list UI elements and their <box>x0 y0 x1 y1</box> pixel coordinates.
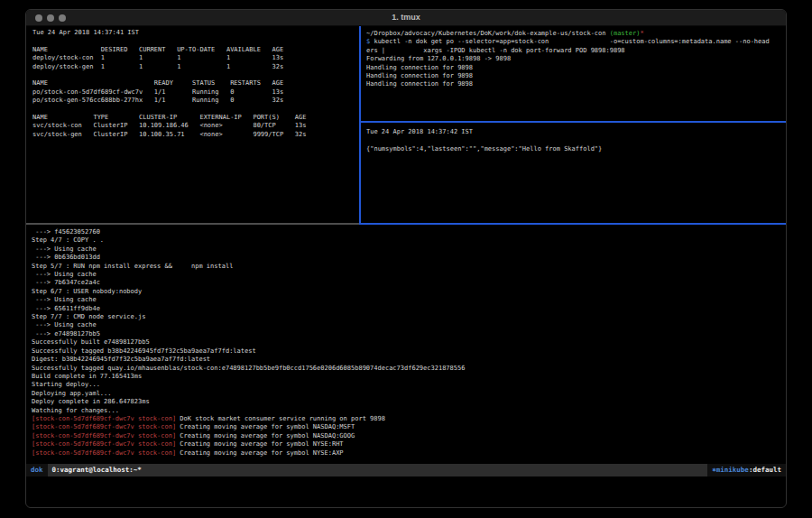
pane-divider-vertical[interactable] <box>359 26 361 225</box>
terminal-line: Forwarding from 127.0.0.1:9898 -> 9898 <box>366 55 786 63</box>
terminal-line <box>366 136 786 144</box>
terminal-line <box>32 106 359 114</box>
terminal-line <box>32 37 359 45</box>
terminal-line: ---> e74898127bb5 <box>32 330 786 338</box>
terminal-line: Deploy complete in 286.647823ms <box>32 398 786 406</box>
terminal-line: [stock-con-5d7df689cf-dwc7v stock-con] C… <box>32 423 786 431</box>
terminal-line: Tue 24 Apr 2018 14:37:42 IST <box>366 128 786 136</box>
terminal-line: ---> f45623052760 <box>32 228 786 236</box>
terminal-window: 1. tmux Tue 24 Apr 2018 14:37:41 IST NAM… <box>25 9 787 508</box>
terminal-line: ---> Using cache <box>32 271 786 279</box>
pane-curl-output[interactable]: Tue 24 Apr 2018 14:37:42 IST {"numsymbol… <box>363 123 786 223</box>
terminal-line: ~/Dropbox/advocacy/Kubernetes/DoK/work/d… <box>366 30 786 38</box>
terminal-line: ---> 65611ff9db4e <box>32 305 786 313</box>
tmux-status-bar: dok 0:vagrant@localhost:~* ⎈minikube:def… <box>26 464 786 476</box>
terminal-line: Build complete in 77.165413ms <box>32 373 786 381</box>
terminal-line: ---> 0b636bd013dd <box>32 254 786 262</box>
terminal-line <box>32 71 359 79</box>
terminal-line: NAME DESIRED CURRENT UP-TO-DATE AVAILABL… <box>32 46 359 54</box>
terminal-line: Step 5/7 : RUN npm install express && np… <box>32 263 786 271</box>
pane-skaffold-log[interactable]: ---> f45623052760Step 4/7 : COPY . . ---… <box>28 225 786 463</box>
terminal-line: NAME READY STATUS RESTARTS AGE <box>32 79 359 88</box>
terminal-line: Handling connection for 9898 <box>366 80 786 88</box>
terminal-line: Watching for changes... <box>32 407 786 415</box>
terminal-line: Successfully tagged b38b42246945fd7f32c5… <box>32 347 786 356</box>
terminal-line: deploy/stock-gen 1 1 1 1 32s <box>32 63 359 71</box>
terminal-line: svc/stock-gen ClusterIP 10.100.35.71 <no… <box>32 131 359 139</box>
kube-namespace: :default <box>749 466 781 474</box>
pane-port-forward[interactable]: ~/Dropbox/advocacy/Kubernetes/DoK/work/d… <box>363 26 786 120</box>
window-title-bar: 1. tmux <box>26 10 786 26</box>
terminal-line: ---> Using cache <box>32 245 786 254</box>
terminal-line: Handling connection for 9898 <box>366 64 786 72</box>
pane-kubectl-watch[interactable]: Tue 24 Apr 2018 14:37:41 IST NAME DESIRE… <box>28 26 359 224</box>
terminal-line: svc/stock-con ClusterIP 10.109.186.46 <n… <box>32 122 359 130</box>
tmux-window-tab[interactable]: 0:vagrant@localhost:~* <box>48 464 146 476</box>
tmux-session-name: dok <box>26 464 48 476</box>
kubernetes-helm-icon: ⎈minikube <box>712 466 749 474</box>
terminal-line: ---> Using cache <box>32 296 786 304</box>
terminal-line: Successfully built e74898127bb5 <box>32 338 786 347</box>
terminal-line: Handling connection for 9898 <box>366 72 786 80</box>
terminal-line: Deploying app.yaml... <box>32 390 786 398</box>
terminal-line: ers | xargs -IPOD kubectl -n dok port-fo… <box>366 47 786 55</box>
terminal-line: NAME TYPE CLUSTER-IP EXTERNAL-IP PORT(S)… <box>32 114 359 122</box>
terminal-line: ---> 7b6347ce2a4c <box>32 279 786 287</box>
terminal-line: Successfully tagged quay.io/mhausenblas/… <box>32 365 786 373</box>
terminal-line: Step 4/7 : COPY . . <box>32 236 786 245</box>
terminal-line: Step 6/7 : USER nobody:nobody <box>32 288 786 296</box>
terminal-line: [stock-con-5d7df689cf-dwc7v stock-con] C… <box>32 432 786 440</box>
terminal-line: $ kubectl -n dok get po --selector=app=s… <box>366 38 786 46</box>
terminal-line: Tue 24 Apr 2018 14:37:41 IST <box>32 29 359 37</box>
terminal-line: [stock-con-5d7df689cf-dwc7v stock-con] D… <box>32 415 786 423</box>
terminal-line: ---> Using cache <box>32 321 786 329</box>
terminal-line: Starting deploy... <box>32 381 786 389</box>
window-title: 1. tmux <box>26 13 786 22</box>
terminal-line: Step 7/7 : CMD node service.js <box>32 313 786 321</box>
terminal-line: [stock-con-5d7df689cf-dwc7v stock-con] C… <box>32 449 786 458</box>
screenshot-root: 1. tmux Tue 24 Apr 2018 14:37:41 IST NAM… <box>0 0 812 518</box>
kube-context-indicator: ⎈minikube:default <box>707 464 786 476</box>
kube-context-name: minikube <box>716 466 749 474</box>
terminal-line: deploy/stock-con 1 1 1 1 13s <box>32 54 359 62</box>
terminal-line: [stock-con-5d7df689cf-dwc7v stock-con] C… <box>32 440 786 449</box>
terminal-line: po/stock-con-5d7df689cf-dwc7v 1/1 Runnin… <box>32 88 359 97</box>
terminal-line: Digest: b38b42246945fd7f32c5ba9aea7af7fd… <box>32 356 786 364</box>
terminal-line: po/stock-gen-576cc688bb-277hx 1/1 Runnin… <box>32 97 359 105</box>
terminal-line: {"numsymbols":4,"lastseen":"","message":… <box>366 145 786 153</box>
